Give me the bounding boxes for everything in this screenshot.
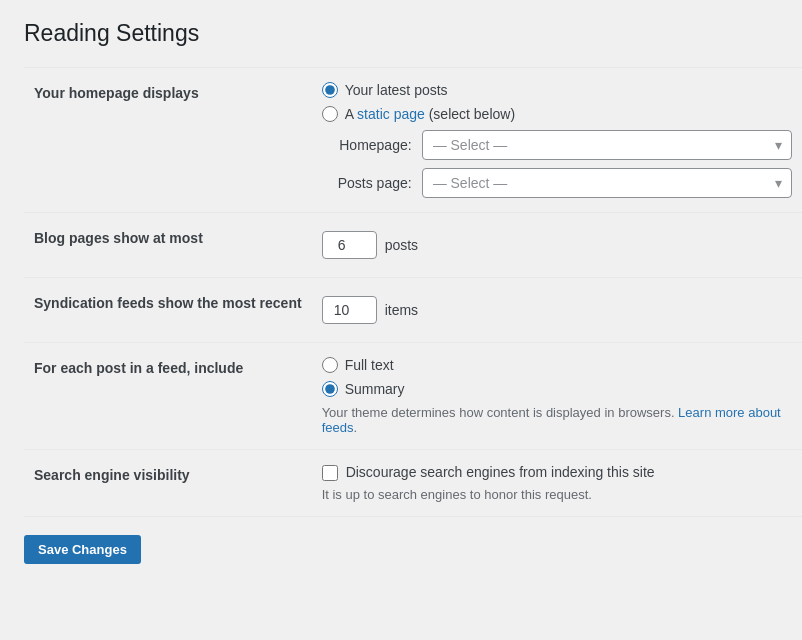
homepage-select-label: Homepage: (322, 137, 412, 153)
learn-more-feeds-link[interactable]: Learn more about feeds (322, 405, 781, 435)
static-page-link[interactable]: static page (357, 106, 425, 122)
blog-pages-input[interactable]: 6 (322, 231, 377, 259)
static-page-radio[interactable] (322, 106, 338, 122)
page-title: Reading Settings (24, 20, 778, 47)
posts-page-select[interactable]: — Select — (422, 168, 792, 198)
syndication-unit: items (385, 302, 418, 318)
search-visibility-checkbox-label: Discourage search engines from indexing … (346, 464, 655, 480)
blog-pages-unit: posts (385, 237, 418, 253)
search-visibility-label: Search engine visibility (34, 467, 190, 483)
syndication-label: Syndication feeds show the most recent (34, 295, 302, 311)
feed-include-label: For each post in a feed, include (34, 360, 243, 376)
save-changes-button[interactable]: Save Changes (24, 535, 141, 564)
homepage-select[interactable]: — Select — (422, 130, 792, 160)
syndication-input[interactable]: 10 (322, 296, 377, 324)
blog-pages-label: Blog pages show at most (34, 230, 203, 246)
search-visibility-helper: It is up to search engines to honor this… (322, 487, 792, 502)
full-text-radio[interactable] (322, 357, 338, 373)
summary-radio[interactable] (322, 381, 338, 397)
posts-page-select-label: Posts page: (322, 175, 412, 191)
latest-posts-label: Your latest posts (345, 82, 448, 98)
homepage-displays-label: Your homepage displays (34, 85, 199, 101)
search-visibility-checkbox[interactable] (322, 465, 338, 481)
feed-helper-text: Your theme determines how content is dis… (322, 405, 792, 435)
summary-label: Summary (345, 381, 405, 397)
latest-posts-radio[interactable] (322, 82, 338, 98)
full-text-label: Full text (345, 357, 394, 373)
